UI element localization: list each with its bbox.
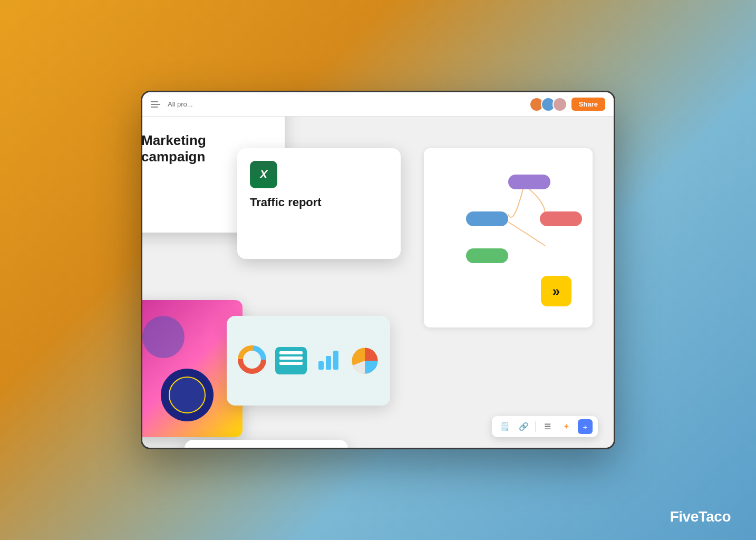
plate-decor (169, 377, 206, 413)
flow-node-green (466, 248, 508, 263)
fivetaco-brand: FiveTaco (670, 508, 731, 525)
avatar-group (529, 97, 567, 112)
photo-plate (161, 369, 214, 421)
toolbar-link-icon[interactable]: 🔗 (516, 419, 531, 434)
data-table-icon (275, 347, 307, 374)
share-button[interactable]: Share (571, 98, 605, 111)
flow-node-blue (466, 211, 508, 226)
svg-rect-7 (333, 351, 338, 370)
browser-body: » 🗒️ 🔗 ☰ ✦ + (142, 117, 614, 448)
toolbar-table-icon[interactable]: ☰ (540, 419, 555, 434)
browser-window: All pro... Share (141, 91, 615, 449)
bar-chart-icon (315, 346, 342, 375)
toolbar-note-icon[interactable]: 🗒️ (497, 419, 512, 434)
svg-rect-6 (326, 356, 331, 370)
excel-icon: X (250, 161, 277, 188)
miro-logo: » (541, 276, 571, 306)
photo-decoration (142, 316, 185, 358)
flow-node-purple (508, 175, 550, 189)
card-data-viz (227, 316, 390, 406)
excel-icon-container: X (250, 161, 277, 188)
flowchart-card: » (424, 148, 593, 327)
toolbar-ai-icon[interactable]: ✦ (559, 419, 574, 434)
svg-rect-5 (318, 361, 324, 370)
card-title-traffic: Traffic report (250, 196, 388, 209)
canvas-area: » 🗒️ 🔗 ☰ ✦ + (142, 117, 614, 448)
donut-chart-icon (237, 345, 267, 377)
sidebar-toggle-icon[interactable] (151, 99, 161, 110)
brand-five: Five (670, 508, 699, 525)
card-live-website[interactable]: 🔗 Live website (185, 440, 348, 448)
brand-taco: Taco (699, 508, 731, 525)
breadcrumb: All pro... (168, 100, 193, 108)
excel-x-letter: X (260, 168, 268, 181)
toolbar-divider (535, 421, 536, 432)
flow-node-red (540, 211, 582, 226)
browser-chrome: All pro... Share (142, 92, 614, 117)
svg-point-4 (246, 353, 258, 366)
scene: All pro... Share (0, 0, 756, 540)
card-traffic[interactable]: X Traffic report (237, 148, 401, 259)
acrobat-icon (142, 117, 164, 122)
header-right: Share (529, 97, 605, 112)
toolbar-add-icon[interactable]: + (578, 419, 593, 434)
avatar-3 (553, 97, 567, 112)
pie-chart-icon (350, 344, 380, 378)
miro-arrow-icon: » (553, 283, 560, 300)
flow-nodes: » (434, 159, 582, 317)
toolbar: 🗒️ 🔗 ☰ ✦ + (492, 416, 598, 437)
